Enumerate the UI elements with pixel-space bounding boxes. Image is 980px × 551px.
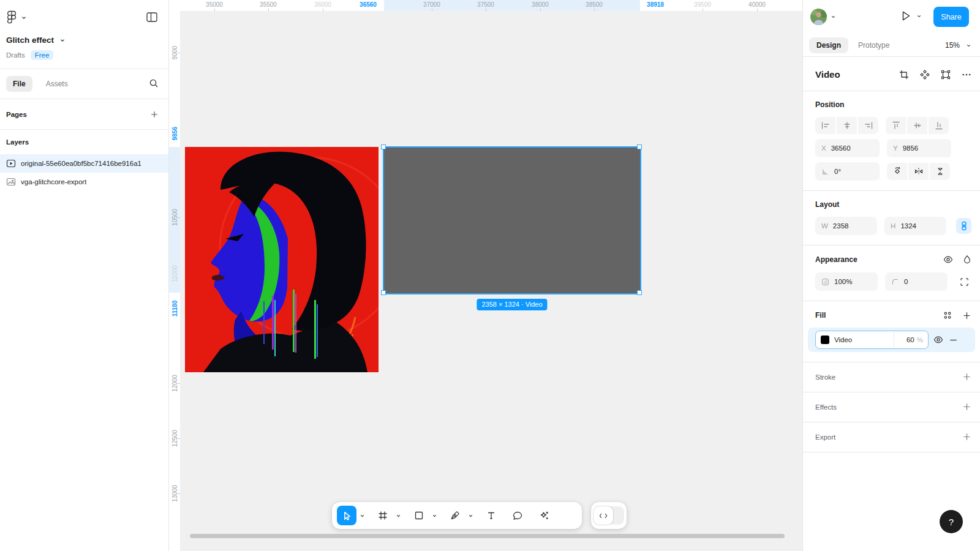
selection-size-badge: 2358 × 1324 · Video [477, 299, 547, 310]
position-label: Position [815, 100, 844, 109]
help-button[interactable]: ? [940, 510, 963, 533]
canvas[interactable]: 2358 × 1324 · Video 35000 35500 36000 36… [169, 0, 802, 551]
constrain-proportions-button[interactable] [956, 218, 971, 234]
align-bottom-icon[interactable] [929, 117, 949, 134]
frame-tool-chevron-icon[interactable] [394, 506, 402, 525]
add-page-icon[interactable] [150, 110, 159, 119]
code-icon [599, 512, 608, 519]
play-icon [901, 10, 911, 21]
blend-droplet-icon[interactable] [963, 255, 971, 264]
export-section: Export [803, 422, 980, 452]
align-horizontal-center-icon[interactable] [837, 117, 857, 134]
dev-mode-knob[interactable] [594, 506, 613, 525]
shape-tool-button[interactable] [409, 506, 429, 525]
height-field[interactable]: H 1324 [884, 217, 946, 235]
glitch-portrait-image[interactable] [185, 147, 379, 372]
tab-assets[interactable]: Assets [46, 80, 68, 88]
file-title-chevron-icon[interactable] [59, 37, 66, 43]
search-icon[interactable] [149, 78, 159, 88]
tab-prototype[interactable]: Prototype [851, 37, 897, 53]
right-panel: Share Design Prototype 15% Video [802, 0, 980, 551]
selection-handle-top-right[interactable] [637, 144, 642, 149]
appearance-section: Appearance [803, 246, 980, 301]
image-layer-icon [6, 177, 16, 187]
width-field[interactable]: W 2358 [815, 217, 877, 235]
fill-name: Video [834, 336, 894, 343]
pages-label: Pages [6, 111, 27, 118]
add-stroke-icon[interactable] [962, 372, 971, 381]
angle-icon [821, 168, 829, 176]
chevron-down-icon [966, 43, 971, 48]
layout-label: Layout [815, 200, 839, 209]
crop-icon[interactable] [899, 70, 909, 80]
layer-row-video[interactable]: original-55e60ea0bf5bc71416be916a1 [0, 154, 168, 173]
frame-tool-button[interactable] [373, 506, 393, 525]
corner-radius-field[interactable]: 0 [885, 272, 948, 291]
account-menu[interactable] [810, 9, 836, 25]
opacity-field[interactable]: 100% [815, 272, 878, 291]
fill-visibility-eye-icon[interactable] [933, 335, 943, 345]
horizontal-scrollbar[interactable] [190, 534, 785, 538]
ruler-horizontal: 35000 35500 36000 36560 37000 37500 3800… [169, 0, 802, 11]
bottom-toolbar [332, 502, 582, 529]
dev-mode-toggle[interactable] [591, 502, 627, 529]
component-icon[interactable] [920, 70, 930, 80]
layer-row-image[interactable]: vga-glitchcore-export [0, 173, 168, 191]
export-label: Export [815, 433, 835, 441]
present-button[interactable] [901, 10, 922, 21]
stroke-section: Stroke [803, 362, 980, 392]
x-position-field[interactable]: X 36560 [815, 139, 880, 157]
flip-vertical-icon[interactable] [930, 163, 950, 180]
move-tool-button[interactable] [337, 506, 356, 525]
align-right-icon[interactable] [858, 117, 878, 134]
zoom-menu[interactable]: 15% [945, 41, 971, 50]
vertical-align-group [886, 117, 949, 134]
layer-name: original-55e60ea0bf5bc71416be916a1 [21, 160, 141, 167]
width-value: 2358 [833, 222, 849, 230]
y-value: 9856 [903, 144, 919, 152]
opacity-icon [821, 278, 829, 286]
tab-design[interactable]: Design [809, 37, 848, 53]
corner-radius-value: 0 [904, 278, 908, 285]
share-button[interactable]: Share [933, 7, 969, 27]
sidebar-toggle-icon[interactable] [146, 12, 157, 22]
styles-icon[interactable] [943, 310, 952, 320]
align-vertical-center-icon[interactable] [907, 117, 927, 134]
y-position-field[interactable]: Y 9856 [887, 139, 951, 157]
add-effect-icon[interactable] [962, 402, 971, 411]
add-export-icon[interactable] [962, 432, 971, 441]
rotation-value: 0° [834, 168, 841, 175]
selection-handle-bottom-right[interactable] [637, 290, 642, 295]
independent-corners-button[interactable] [957, 274, 971, 289]
pen-tool-chevron-icon[interactable] [466, 506, 475, 525]
comment-tool-button[interactable] [508, 506, 527, 525]
actions-tool-button[interactable] [534, 506, 554, 525]
file-location[interactable]: Drafts [6, 51, 25, 59]
frame-selection-icon[interactable] [941, 70, 951, 80]
chevron-down-icon[interactable] [916, 13, 922, 19]
rotate-icon[interactable] [887, 163, 907, 180]
fill-label: Fill [815, 311, 826, 320]
move-tool-chevron-icon[interactable] [358, 506, 366, 525]
align-top-icon[interactable] [886, 117, 906, 134]
align-left-icon[interactable] [815, 117, 835, 134]
tab-file[interactable]: File [6, 76, 32, 92]
remove-fill-icon[interactable] [949, 335, 958, 345]
fill-value-input[interactable]: Video 60 % [815, 331, 929, 349]
rotation-field[interactable]: 0° [815, 162, 880, 181]
shape-tool-chevron-icon[interactable] [430, 506, 439, 525]
selection-handle-bottom-left[interactable] [381, 290, 386, 295]
pen-tool-button[interactable] [445, 506, 465, 525]
selected-video-element[interactable] [384, 148, 640, 293]
fill-row[interactable]: Video 60 % [808, 328, 975, 352]
flip-horizontal-icon[interactable] [908, 163, 929, 180]
fill-color-swatch[interactable] [821, 335, 829, 344]
add-fill-icon[interactable] [962, 311, 971, 320]
visibility-eye-icon[interactable] [943, 255, 953, 264]
selection-handle-top-left[interactable] [381, 144, 386, 149]
main-menu-button[interactable] [7, 10, 27, 24]
text-tool-button[interactable] [481, 506, 501, 525]
more-options-icon[interactable] [962, 70, 971, 80]
chevron-down-icon [831, 14, 836, 20]
fill-opacity-value[interactable]: 60 [894, 332, 914, 348]
